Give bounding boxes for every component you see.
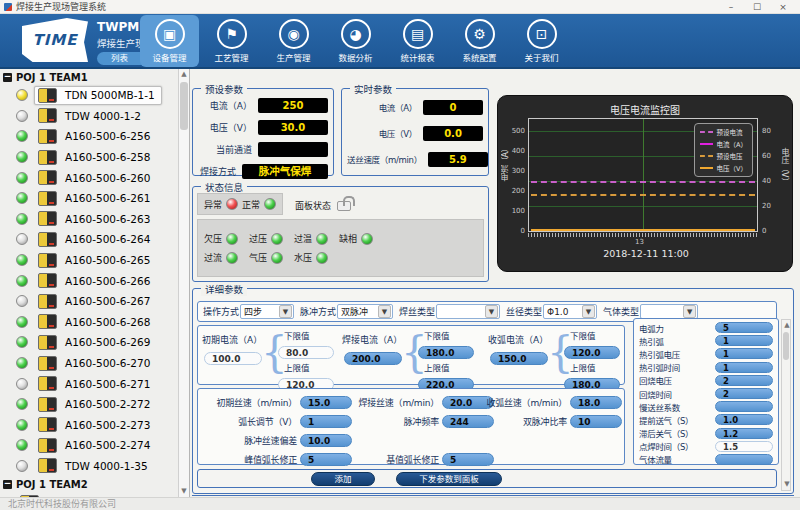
param-value-field[interactable]: 1.0 (715, 414, 773, 425)
tree-device-item[interactable]: A160-500-6-270 (0, 353, 179, 374)
wire-type-select[interactable] (436, 304, 500, 319)
tree-device-item[interactable]: A160-500-6-268 (0, 312, 179, 333)
tree-device-item[interactable]: A160-500-6-269 (0, 332, 179, 353)
tree-device-item[interactable]: A160-500-6-258 (0, 147, 179, 168)
base-arc-correction-field[interactable]: 5 (442, 453, 494, 466)
tree-group-1[interactable]: POJ 1 TEAM1 (0, 69, 179, 85)
current-value-field[interactable]: 100.0 (204, 352, 262, 365)
legend-swatch (700, 131, 713, 133)
nav-item-process[interactable]: ⚑工艺管理 (202, 15, 261, 67)
app-icon (4, 3, 12, 11)
tree-device-item[interactable]: TDN 5000MB-1-1 (0, 85, 179, 106)
welding-machine-icon (38, 232, 57, 247)
initial-wire-speed-field[interactable]: 15.0 (300, 396, 352, 409)
pulse-speed-deviation-field[interactable]: 10.0 (300, 434, 352, 447)
param-value-field[interactable]: 1 (715, 348, 773, 359)
add-button[interactable]: 添加 (311, 472, 375, 486)
tree-group-2[interactable]: POJ 1 TEAM2 (0, 476, 179, 492)
tree-device-item[interactable]: A160-500-6-265 (0, 250, 179, 271)
chevron-down-icon[interactable] (279, 305, 292, 318)
param-value-field[interactable]: 1.2 (715, 428, 773, 439)
scroll-down-icon[interactable]: ▼ (179, 486, 189, 497)
collapse-icon[interactable] (3, 73, 12, 82)
current-value-field[interactable]: 150.0 (490, 352, 548, 365)
company-name: 北京时代科技股份有限公司 (8, 499, 116, 509)
tree-device-item[interactable]: A160-500-6-271 (0, 373, 179, 394)
param-row: 慢送丝系数 (634, 400, 778, 413)
nav-item-system-config[interactable]: ⚙系统配置 (450, 15, 509, 67)
tree-device-item[interactable]: A160-500-6-266 (0, 270, 179, 291)
device-label: A160-500-6-268 (65, 316, 150, 328)
status-leds-row2: 过流气压水压 (204, 251, 334, 264)
tree-device-item[interactable]: A160-500-6-264 (0, 229, 179, 250)
nav-item-data-analysis[interactable]: ◕数据分析 (326, 15, 385, 67)
pulse-frequency-field[interactable]: 244 (442, 415, 494, 428)
lower-limit-field[interactable]: 180.0 (418, 346, 474, 359)
system-config-icon: ⚙ (465, 19, 495, 49)
list-view-button[interactable]: 列表 (97, 52, 142, 65)
scroll-up-icon[interactable]: ▲ (179, 69, 189, 80)
param-value-field[interactable]: 2 (715, 388, 773, 399)
device-label: TDW 4000-1-35 (65, 460, 148, 472)
operation-mode-select[interactable]: 四步 (240, 304, 294, 319)
gas-type-select[interactable] (640, 304, 698, 319)
realtime-voltage-value: 0.0 (423, 126, 483, 141)
lower-limit-field[interactable]: 120.0 (564, 346, 620, 359)
chevron-down-icon[interactable] (683, 305, 696, 318)
nav-item-about[interactable]: ⊡关于我们 (512, 15, 571, 67)
param-value-field[interactable] (715, 401, 773, 412)
wire-diameter-select[interactable]: Φ1.0 (543, 304, 597, 319)
scroll-down-icon[interactable]: ▼ (782, 479, 792, 490)
param-value-field[interactable]: 5 (715, 322, 773, 333)
tree-scrollbar[interactable]: ▲ ▼ (178, 69, 189, 497)
tree-device-item[interactable]: A160-500-6-261 (0, 188, 179, 209)
field-label: 收弧丝速（m/min） (486, 396, 567, 409)
arc-length-adjust-field[interactable]: 1 (300, 415, 352, 428)
peak-arc-correction-field[interactable]: 5 (300, 453, 352, 466)
tree-device-item[interactable]: TDW 4000-1-2 (0, 106, 179, 127)
param-value-field[interactable]: 1.5 (715, 441, 773, 452)
chart-series-line (531, 194, 755, 196)
close-button[interactable]: × (770, 2, 796, 12)
tree-device-item[interactable]: A160-500-2-273 (0, 415, 179, 436)
collapse-icon[interactable] (3, 480, 12, 489)
chevron-down-icon[interactable] (582, 305, 595, 318)
tree-device-item[interactable]: TDW 4000-1-35 (0, 456, 179, 477)
device-status-led (16, 254, 28, 266)
nav-label: 设备管理 (152, 51, 186, 63)
param-value-field[interactable]: 1 (715, 335, 773, 346)
realtime-current-value: 0 (423, 100, 483, 115)
wire-feed-speed-value: 5.9 (428, 152, 488, 167)
tree-device-item[interactable]: A160-500-6-256 (0, 126, 179, 147)
scroll-thumb[interactable] (180, 82, 188, 130)
tree-device-item[interactable]: A160-500-2-274 (0, 435, 179, 456)
param-value-field[interactable]: 2 (715, 375, 773, 386)
minimize-button[interactable]: – (718, 2, 744, 12)
scroll-thumb[interactable] (783, 332, 789, 360)
window-title: 焊接生产现场管理系统 (16, 0, 718, 13)
chevron-down-icon[interactable] (485, 305, 498, 318)
pulse-mode-select[interactable]: 双脉冲 (337, 304, 393, 319)
crater-wire-speed-field[interactable]: 18.0 (570, 396, 622, 409)
tree-device-item[interactable]: A160-500-6-267 (0, 291, 179, 312)
fault-indicator: 过温 (294, 232, 328, 245)
param-value-field[interactable]: 1 (715, 362, 773, 373)
param-value-field[interactable] (715, 454, 773, 465)
current-value-field[interactable]: 200.0 (344, 352, 402, 365)
tree-device-item[interactable]: A160-500-6-260 (0, 167, 179, 188)
device-label: A160-500-6-258 (65, 151, 150, 163)
chevron-down-icon[interactable] (378, 305, 391, 318)
nav-item-report[interactable]: ▤统计报表 (388, 15, 447, 67)
nav-item-equipment[interactable]: ▣设备管理 (140, 15, 199, 67)
detail-scrollbar[interactable]: ▲ ▼ (781, 319, 791, 491)
lower-limit-field[interactable]: 80.0 (278, 346, 334, 359)
tree-device-item[interactable]: A160-500-2-272 (0, 394, 179, 415)
param-row: 热引弧时间1 (634, 361, 778, 374)
maximize-button[interactable]: ☐ (744, 2, 770, 12)
scroll-up-icon[interactable]: ▲ (782, 320, 792, 331)
send-params-button[interactable]: 下发参数到面板 (396, 472, 502, 486)
fault-indicator: 缺相 (339, 232, 373, 245)
tree-device-item[interactable]: A160-500-6-263 (0, 209, 179, 230)
double-pulse-ratio-field[interactable]: 10 (570, 415, 622, 428)
nav-item-production[interactable]: ◉生产管理 (264, 15, 323, 67)
